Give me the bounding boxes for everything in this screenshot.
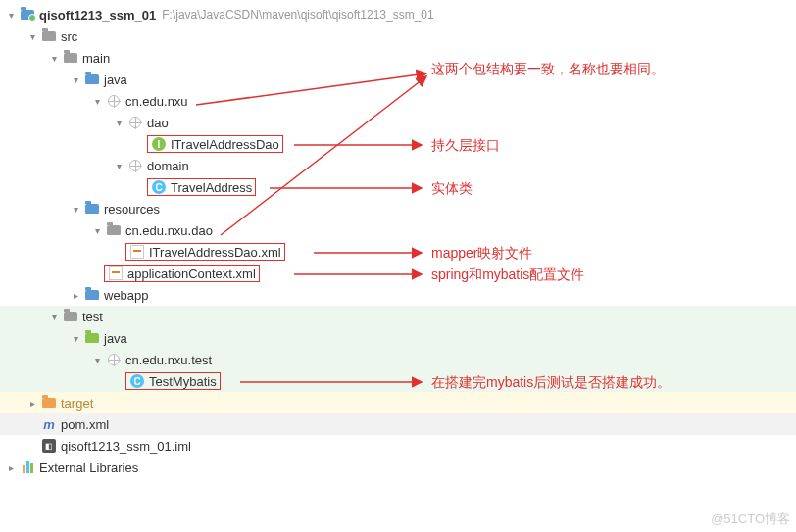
iml-file-icon: ◧ — [41, 438, 57, 454]
label: ITravelAddressDao.xml — [149, 245, 281, 260]
label: cn.edu.nxu — [125, 94, 188, 109]
module-folder-icon — [20, 7, 35, 23]
tree-row-appctx[interactable]: applicationContext.xml — [0, 263, 796, 284]
toggle-icon[interactable] — [25, 29, 39, 43]
label: resources — [104, 202, 160, 217]
label: main — [82, 51, 110, 66]
toggle-icon[interactable] — [69, 331, 82, 345]
label: target — [61, 396, 93, 411]
folder-icon — [41, 28, 57, 44]
label: domain — [147, 159, 189, 173]
label: TestMybatis — [149, 374, 217, 389]
highlighted-item: C TestMybatis — [125, 372, 221, 390]
tree-row-java-test[interactable]: java — [0, 327, 796, 349]
watermark: @51CTO博客 — [711, 510, 790, 528]
label: External Libraries — [39, 460, 138, 475]
label: qisoft1213_ssm_01.iml — [61, 439, 191, 454]
tree-row-domain-class[interactable]: C TravelAddress — [0, 176, 796, 198]
interface-icon: I — [151, 136, 167, 152]
tree-row-main[interactable]: main — [0, 47, 796, 69]
label: webapp — [104, 288, 149, 303]
folder-icon — [63, 50, 78, 66]
toggle-icon[interactable] — [69, 288, 82, 302]
excluded-folder-icon — [41, 395, 57, 411]
tree-row-webapp[interactable]: webapp — [0, 284, 796, 306]
tree-row-pom[interactable]: m pom.xml — [0, 413, 796, 435]
label: cn.edu.nxu.dao — [125, 223, 213, 238]
project-tree[interactable]: qisoft1213_ssm_01 F:\java\JavaCSDN\maven… — [0, 0, 796, 478]
label: java — [104, 331, 127, 346]
highlighted-item: C TravelAddress — [147, 178, 256, 196]
tree-row-resources[interactable]: resources — [0, 198, 796, 219]
folder-icon — [106, 222, 122, 238]
tree-row-java-main[interactable]: java — [0, 69, 796, 90]
tree-row-pkg-test[interactable]: cn.edu.nxu.test — [0, 349, 796, 370]
label: applicationContext.xml — [127, 266, 256, 281]
highlighted-item: applicationContext.xml — [104, 265, 260, 282]
tree-row-dao[interactable]: dao — [0, 112, 796, 133]
toggle-icon[interactable] — [4, 460, 18, 474]
highlighted-item: I ITravelAddressDao — [147, 135, 283, 153]
label: cn.edu.nxu.test — [125, 353, 212, 367]
tree-row-mapper-xml[interactable]: ITravelAddressDao.xml — [0, 241, 796, 263]
toggle-icon[interactable] — [90, 353, 104, 366]
folder-icon — [63, 309, 78, 324]
tree-row-root[interactable]: qisoft1213_ssm_01 F:\java\JavaCSDN\maven… — [0, 4, 796, 25]
toggle-icon[interactable] — [4, 8, 18, 22]
tree-row-res-pkg[interactable]: cn.edu.nxu.dao — [0, 219, 796, 241]
toggle-icon[interactable] — [112, 116, 125, 129]
xml-file-icon — [129, 244, 145, 260]
package-icon — [106, 93, 122, 109]
highlighted-item: ITravelAddressDao.xml — [125, 243, 285, 261]
package-icon — [106, 352, 122, 367]
toggle-icon[interactable] — [69, 73, 82, 86]
toggle-icon[interactable] — [47, 310, 61, 323]
label: dao — [147, 116, 169, 130]
source-folder-icon — [84, 72, 100, 87]
maven-icon: m — [41, 416, 57, 432]
toggle-icon[interactable] — [69, 202, 82, 216]
toggle-icon[interactable] — [112, 159, 125, 172]
tree-row-src[interactable]: src — [0, 25, 796, 47]
toggle-icon[interactable] — [25, 396, 39, 410]
toggle-icon[interactable] — [90, 94, 104, 108]
test-source-folder-icon — [84, 330, 100, 346]
label: TravelAddress — [171, 180, 252, 195]
web-folder-icon — [84, 287, 100, 303]
root-name: qisoft1213_ssm_01 — [39, 8, 156, 23]
package-icon — [127, 158, 143, 173]
label: test — [82, 310, 103, 324]
label: ITravelAddressDao — [171, 137, 279, 152]
label: pom.xml — [61, 417, 109, 432]
class-icon: C — [129, 373, 145, 389]
resources-folder-icon — [84, 201, 100, 217]
toggle-icon[interactable] — [90, 223, 104, 237]
tree-row-target[interactable]: target — [0, 392, 796, 413]
tree-row-ext-libs[interactable]: External Libraries — [0, 457, 796, 478]
toggle-icon[interactable] — [47, 51, 61, 65]
root-path: F:\java\JavaCSDN\maven\qisoft\qisoft1213… — [162, 8, 433, 22]
tree-row-dao-interface[interactable]: I ITravelAddressDao — [0, 133, 796, 155]
tree-row-iml[interactable]: ◧ qisoft1213_ssm_01.iml — [0, 435, 796, 457]
libraries-icon — [20, 459, 35, 475]
tree-row-domain[interactable]: domain — [0, 155, 796, 176]
tree-row-pkg-main[interactable]: cn.edu.nxu — [0, 90, 796, 112]
label: java — [104, 73, 127, 87]
label: src — [61, 29, 77, 44]
class-icon: C — [151, 179, 167, 195]
tree-row-test[interactable]: test — [0, 306, 796, 327]
package-icon — [127, 115, 143, 130]
xml-file-icon — [108, 266, 124, 281]
tree-row-test-class[interactable]: C TestMybatis — [0, 370, 796, 392]
